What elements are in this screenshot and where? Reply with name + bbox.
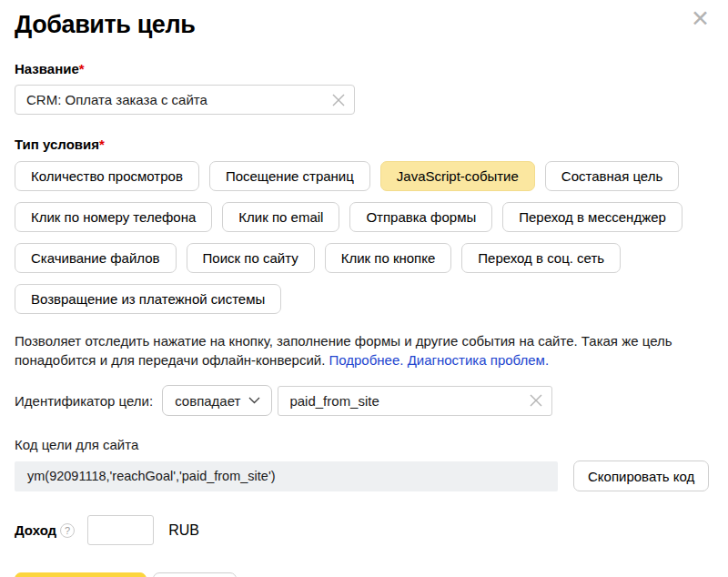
chip-email-click[interactable]: Клик по email [222, 202, 339, 232]
chip-payment-return[interactable]: Возвращение из платежной системы [15, 284, 281, 314]
help-icon[interactable]: ? [60, 523, 75, 538]
identifier-row: Идентификатор цели: совпадает [15, 385, 713, 416]
goal-code-label: Код цели для сайта [15, 437, 713, 452]
goal-code-snippet: ym(92091118,'reachGoal','paid_from_site'… [15, 461, 558, 491]
diagnostics-link[interactable]: Диагностика проблем. [408, 352, 549, 368]
goal-name-input[interactable] [15, 85, 355, 115]
chevron-down-icon [248, 397, 260, 404]
identifier-input-wrap [275, 386, 552, 416]
copy-code-button[interactable]: Скопировать код [573, 461, 709, 491]
description-paragraph: Позволяет отследить нажатие на кнопку, з… [15, 331, 679, 369]
chip-phone-click[interactable]: Клик по номеру телефона [15, 202, 212, 232]
dialog-actions: Добавить цель Отмена [15, 572, 713, 577]
details-link[interactable]: Подробнее. [329, 352, 403, 368]
revenue-row: Доход ? RUB [15, 515, 713, 545]
match-condition-select[interactable]: совпадает [162, 385, 272, 416]
clear-identifier-icon[interactable] [530, 394, 542, 407]
name-input-wrap [15, 85, 355, 115]
chip-social-network[interactable]: Переход в соц. сеть [461, 243, 621, 273]
required-asterisk: * [99, 137, 105, 152]
goal-code-row: ym(92091118,'reachGoal','paid_from_site'… [15, 461, 713, 491]
currency-label: RUB [168, 522, 199, 539]
close-icon[interactable]: ✕ [691, 7, 710, 30]
dialog-title: Добавить цель [15, 9, 713, 39]
chip-javascript-event[interactable]: JavaScript-событие [380, 161, 535, 191]
name-field-label: Название* [15, 61, 713, 76]
chip-file-download[interactable]: Скачивание файлов [15, 243, 177, 273]
chip-pageview-count[interactable]: Количество просмотров [15, 161, 199, 191]
match-condition-value: совпадает [175, 393, 240, 409]
required-asterisk: * [79, 61, 85, 76]
chip-form-submit[interactable]: Отправка формы [349, 202, 492, 232]
condition-type-label: Тип условия* [15, 137, 713, 152]
identifier-label: Идентификатор цели: [15, 393, 153, 409]
chip-composite-goal[interactable]: Составная цель [545, 161, 679, 191]
revenue-input[interactable] [87, 515, 154, 545]
chip-page-visit[interactable]: Посещение страниц [209, 161, 370, 191]
cancel-button[interactable]: Отмена [153, 572, 237, 577]
add-goal-dialog: Добавить цель ✕ Название* Тип условия* К… [0, 0, 728, 577]
goal-identifier-input[interactable] [278, 386, 552, 416]
condition-type-label-text: Тип условия [15, 137, 99, 152]
name-label-text: Название [15, 61, 79, 76]
chip-site-search[interactable]: Поиск по сайту [187, 243, 315, 273]
chip-button-click[interactable]: Клик по кнопке [325, 243, 452, 273]
add-goal-button[interactable]: Добавить цель [15, 572, 147, 577]
clear-name-icon[interactable] [332, 94, 345, 106]
chip-messenger[interactable]: Переход в мессенджер [502, 202, 682, 232]
condition-type-chips: Количество просмотров Посещение страниц … [15, 161, 717, 314]
revenue-label: Доход [15, 522, 56, 538]
